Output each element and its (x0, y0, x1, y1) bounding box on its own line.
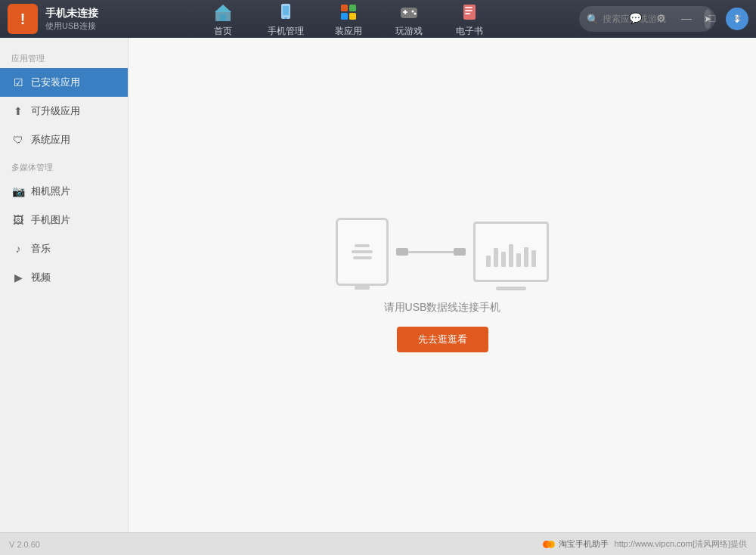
bar-1 (486, 256, 491, 267)
sidebar: 应用管理 ☑ 已安装应用 ⬆ 可升级应用 🛡 系统应用 多媒体管理 📷 相机照片… (0, 38, 129, 532)
sidebar-section-app: 应用管理 (0, 45, 128, 68)
svg-rect-9 (349, 13, 356, 20)
chat-btn[interactable]: 💬 (624, 8, 646, 29)
sidebar-item-system[interactable]: 🛡 系统应用 (0, 126, 128, 154)
titlebar: ! 手机未连接 使用USB连接 首页 (0, 0, 756, 38)
bar-7 (531, 250, 536, 267)
nav-home[interactable]: 首页 (197, 0, 249, 41)
device-info: 手机未连接 使用USB连接 (45, 7, 98, 32)
main-layout: 应用管理 ☑ 已安装应用 ⬆ 可升级应用 🛡 系统应用 多媒体管理 📷 相机照片… (0, 38, 756, 532)
connect-illustration (336, 218, 549, 286)
svg-point-14 (414, 12, 417, 14)
search-icon: 🔍 (587, 14, 599, 25)
phone-nav-icon (274, 1, 297, 23)
svg-point-21 (546, 541, 551, 547)
sidebar-section-media: 多媒体管理 (0, 154, 128, 177)
sidebar-item-video-label: 视频 (31, 271, 51, 284)
bar-6 (524, 247, 528, 267)
home-nav-icon (212, 1, 234, 23)
sidebar-item-gallery-label: 手机图片 (31, 213, 70, 227)
bar-3 (501, 252, 506, 267)
svg-rect-16 (465, 7, 472, 8)
monitor-illustration (473, 222, 549, 282)
svg-rect-7 (349, 5, 356, 11)
svg-marker-1 (215, 5, 231, 12)
brand-icon (543, 538, 555, 550)
cable-line (408, 251, 454, 253)
camera-icon: 📷 (11, 185, 25, 197)
nav-app[interactable]: 装应用 (322, 0, 375, 41)
brand-logo: 淘宝手机助手 (543, 538, 609, 550)
browse-btn[interactable]: 先去逛逛看 (397, 327, 488, 352)
close-btn[interactable]: ✕ (727, 8, 748, 29)
brand-text: 淘宝手机助手 (559, 538, 609, 550)
monitor-bars (486, 237, 536, 267)
sidebar-item-camera[interactable]: 📷 相机照片 (0, 177, 128, 206)
phone-illustration (336, 218, 389, 286)
book-nav-icon (458, 1, 481, 23)
nav-phone-label: 手机管理 (268, 25, 304, 38)
phone-line-1 (355, 244, 370, 247)
svg-rect-5 (284, 17, 287, 19)
device-title: 手机未连接 (45, 7, 98, 20)
top-nav: 首页 手机管理 装应用 (113, 0, 579, 41)
bar-2 (494, 248, 498, 267)
minimize-btn[interactable]: — (676, 8, 697, 29)
settings-btn[interactable]: ⚙ (650, 8, 671, 29)
content-area: 请用USB数据线连接手机 先去逛逛看 (129, 38, 756, 532)
version-label: V 2.0.60 (9, 540, 40, 549)
sidebar-item-system-label: 系统应用 (31, 133, 70, 147)
usb-cable (396, 248, 466, 256)
upgradable-icon: ⬆ (11, 105, 25, 117)
system-icon: 🛡 (11, 134, 25, 146)
cable-plug-left (396, 248, 408, 256)
sidebar-item-music[interactable]: ♪ 音乐 (0, 234, 128, 263)
music-icon: ♪ (11, 243, 25, 255)
sidebar-item-upgradable-label: 可升级应用 (31, 104, 80, 118)
svg-rect-2 (220, 14, 226, 21)
nav-book-label: 电子书 (456, 25, 483, 38)
sidebar-item-music-label: 音乐 (31, 242, 51, 256)
window-controls: 💬 ⚙ — □ ✕ (624, 8, 748, 29)
svg-rect-18 (465, 13, 470, 14)
sidebar-item-camera-label: 相机照片 (31, 184, 70, 198)
nav-home-label: 首页 (214, 25, 232, 38)
svg-point-13 (412, 10, 414, 12)
nav-phone[interactable]: 手机管理 (257, 0, 314, 41)
game-nav-icon (398, 1, 420, 23)
bottom-right: 淘宝手机助手 http://www.vipcn.com[清风网络]提供 (543, 538, 747, 550)
svg-rect-4 (283, 6, 289, 15)
gallery-icon: 🖼 (11, 214, 25, 226)
app-nav-icon (337, 1, 360, 23)
bar-5 (516, 253, 521, 267)
connect-message: 请用USB数据线连接手机 (384, 301, 501, 315)
svg-rect-12 (404, 10, 406, 14)
nav-app-label: 装应用 (335, 25, 362, 38)
nav-game[interactable]: 玩游戏 (383, 0, 435, 41)
phone-line-3 (353, 256, 372, 259)
sidebar-item-gallery[interactable]: 🖼 手机图片 (0, 206, 128, 234)
nav-book[interactable]: 电子书 (443, 0, 496, 41)
app-logo: ! (8, 4, 38, 34)
svg-rect-6 (341, 5, 348, 11)
sidebar-item-upgradable[interactable]: ⬆ 可升级应用 (0, 97, 128, 126)
cable-plug-right (454, 248, 466, 256)
phone-line-2 (352, 250, 373, 253)
bottom-url: http://www.vipcn.com[清风网络]提供 (615, 538, 747, 550)
svg-rect-17 (465, 10, 472, 11)
bar-4 (509, 244, 513, 267)
sidebar-item-installed[interactable]: ☑ 已安装应用 (0, 68, 128, 97)
bottom-bar: V 2.0.60 淘宝手机助手 http://www.vipcn.com[清风网… (0, 532, 756, 555)
device-subtitle: 使用USB连接 (45, 20, 98, 32)
logo-text: ! (20, 11, 26, 28)
installed-icon: ☑ (11, 76, 25, 88)
video-icon: ▶ (11, 271, 25, 284)
phone-lines (352, 244, 373, 259)
sidebar-item-installed-label: 已安装应用 (31, 76, 80, 89)
sidebar-item-video[interactable]: ▶ 视频 (0, 263, 128, 292)
svg-rect-8 (341, 13, 348, 20)
nav-game-label: 玩游戏 (395, 25, 423, 38)
maximize-btn[interactable]: □ (702, 8, 723, 29)
